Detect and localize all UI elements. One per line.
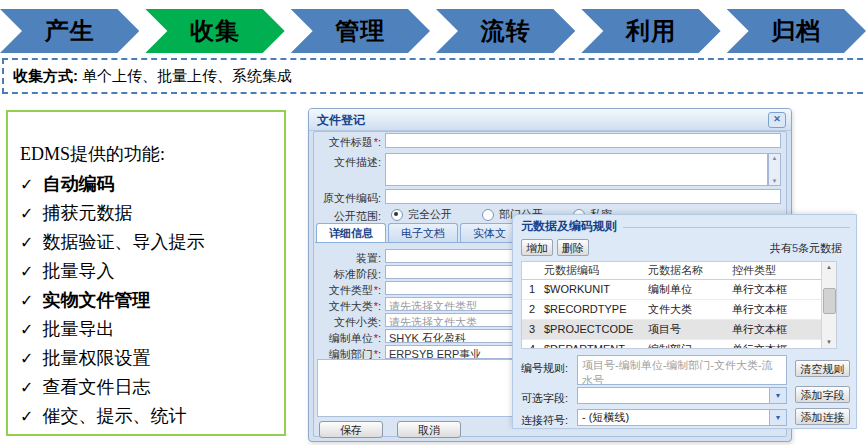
flow-step-label: 收集 [190,15,240,47]
connector-select[interactable]: - (短横线) ▼ [577,409,787,426]
radio-label: 完全公开 [408,207,452,222]
detail-field-label: 文件类型*: [311,283,381,298]
chevron-down-icon[interactable]: ▼ [769,410,786,425]
feature-item-label: 查看文件日志 [42,377,150,397]
add-field-button[interactable]: 添加字段 [795,386,850,403]
feature-item-label: 批量导出 [42,319,114,339]
metadata-table-row[interactable]: 3 $PROJECTCODE 项目号 单行文本框 [522,320,836,340]
orig-code-input[interactable] [385,189,781,204]
feature-item: ✓批量权限设置 [20,344,284,373]
detail-field-input[interactable] [385,265,515,279]
check-icon: ✓ [20,321,33,338]
slide-canvas: 产生 收集 管理 流转 利用 归档 收集方式: 单个上传、批量上传、系统集成 [0,0,866,445]
flow-step-label: 产生 [45,15,95,47]
flow-step-label: 利用 [626,15,676,47]
flow-step[interactable]: 利用 [581,9,720,53]
detail-field-label: 装置*: [311,251,381,266]
scrollbar-thumb[interactable] [823,288,836,314]
radio-icon[interactable] [391,209,403,221]
feature-item-label: 实物文件管理 [42,290,150,310]
dialog-title: 文件登记 [317,112,365,129]
scope-radio-option[interactable]: 完全公开 [391,207,452,222]
row-type: 单行文本框 [732,340,824,349]
clear-rule-button[interactable]: 清空规则 [795,360,850,377]
flow-step[interactable]: 归档 [727,9,866,53]
doc-title-input[interactable] [385,133,781,148]
detail-field-input[interactable]: 请先选择文件类型 [385,297,515,311]
detail-field-input[interactable]: SHYK 石化盈科 [385,329,515,343]
feature-item: ✓实物文件管理 [20,286,284,315]
scope-label: 公开范围: [311,209,381,224]
check-icon: ✓ [20,379,33,396]
col-type-header: 控件类型 [732,262,824,279]
flow-step-label: 管理 [335,15,385,47]
metadata-rows: 1 $WORKUNIT 编制单位 单行文本框 2 $RECORDTYPE 文件大… [522,280,836,349]
row-number: 4 [522,340,542,349]
metadata-table: 元数据编码 元数据名称 控件类型 1 $WORKUNIT 编制单位 单行文本框 … [521,261,837,349]
metadata-table-row[interactable]: 2 $RECORDTYPE 文件大类 单行文本框 [522,300,836,320]
scroll-up-icon[interactable]: ▲ [822,262,836,273]
check-icon: ✓ [20,408,33,425]
flow-step[interactable]: 收集 [145,9,284,53]
features-list: ✓自动编码 ✓捕获元数据 ✓数据验证、导入提示 ✓批量导入 ✓实物文件管理 [20,170,284,431]
close-icon[interactable]: ✕ [768,112,786,128]
check-icon: ✓ [20,234,33,251]
detail-field-input[interactable] [385,281,515,295]
save-button[interactable]: 保存 [319,421,383,438]
dialog-tab[interactable]: 详细信息 [316,223,386,243]
detail-field-input[interactable] [385,249,515,263]
collect-method-bar: 收集方式: 单个上传、批量上传、系统集成 [2,58,866,94]
detail-field-input[interactable]: ERPSYB ERP事业 [385,345,515,359]
add-connector-button[interactable]: 添加连接 [795,408,850,425]
feature-item-label: 数据验证、导入提示 [42,232,204,252]
feature-item-label: 捕获元数据 [42,203,132,223]
metadata-table-header: 元数据编码 元数据名称 控件类型 [522,262,836,280]
tab-label: 电子文档 [401,227,445,239]
check-icon: ✓ [20,176,33,193]
connector-label: 连接符号: [521,413,568,428]
scroll-down-icon[interactable]: ▼ [822,337,836,348]
orig-code-label: 原文件编码: [311,191,381,206]
flow-step-label: 归档 [771,15,821,47]
detail-field-input[interactable]: 请先选择文件大类 [385,313,515,327]
row-code: $DEPARTMENT [542,340,648,349]
dialog-titlebar[interactable]: 文件登记 ✕ [309,109,791,131]
tab-label: 实体文 [473,227,506,239]
dialog-tab[interactable]: 电子文档 [388,223,458,243]
add-metadata-button[interactable]: 增加 [521,239,553,256]
feature-item-label: 批量权限设置 [42,348,150,368]
flow-step[interactable]: 产生 [0,9,139,53]
connector-value: - (短横线) [582,411,629,423]
metadata-panel-title: 元数据及编码规则 [521,218,617,235]
table-scrollbar[interactable]: ▲ ▼ [821,262,836,348]
check-icon: ✓ [20,292,33,309]
tab-label: 详细信息 [329,227,373,239]
dialog-tab[interactable]: 实体文 [460,223,519,243]
detail-field-label: 标准阶段*: [311,267,381,282]
flow-step[interactable]: 管理 [291,9,430,53]
features-title: EDMS提供的功能: [20,142,284,166]
chevron-down-icon[interactable]: ▼ [769,388,786,403]
row-name: 编制部门 [648,340,732,349]
rule-input[interactable]: 项目号-编制单位-编制部门-文件大类-流水号 [577,355,787,385]
metadata-table-row[interactable]: 1 $WORKUNIT 编制单位 单行文本框 [522,280,836,300]
row-name: 编制单位 [648,280,732,299]
feature-item: ✓查看文件日志 [20,373,284,402]
scroll-up-icon[interactable]: ▲ [772,154,778,162]
row-code: $RECORDTYPE [542,300,648,319]
metadata-table-row[interactable]: 4 $DEPARTMENT 编制部门 单行文本框 [522,340,836,349]
cancel-button[interactable]: 取消 [397,421,461,438]
metadata-panel-header: 元数据及编码规则 [513,215,856,235]
collect-method-text: 单个上传、批量上传、系统集成 [82,67,292,86]
doc-desc-textarea[interactable] [385,153,768,186]
optional-field-select[interactable]: ▼ [577,387,787,404]
scroll-down-icon[interactable]: ▼ [772,177,778,185]
row-name: 项目号 [648,320,732,339]
delete-metadata-button[interactable]: 删除 [557,239,589,256]
desc-scrollbar[interactable]: ▲ ▼ [768,153,781,186]
row-name: 文件大类 [648,300,732,319]
flow-step[interactable]: 流转 [436,9,575,53]
dialog-tabs: 详细信息 电子文档 实体文 [316,223,519,243]
feature-item: ✓催交、提示、统计 [20,402,284,431]
radio-icon[interactable] [482,209,494,221]
